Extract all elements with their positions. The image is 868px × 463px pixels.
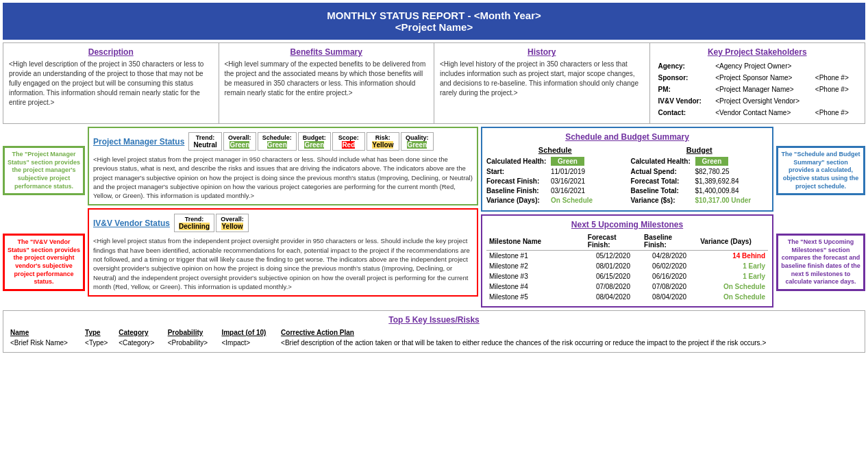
milestone-variance: 1 Early <box>697 271 768 281</box>
milestones-box: Next 5 Upcoming Milestones Milestone Nam… <box>481 214 773 308</box>
agency-row: Agency: <Agency Project Owner> <box>657 61 858 71</box>
col-forecast-finish: Forecast Finish: <box>585 232 641 251</box>
milestone-name: Milestone #3 <box>486 271 585 281</box>
risk-badge: Risk: Yellow <box>367 132 399 151</box>
benefits-title: Benefits Summary <box>225 47 429 57</box>
calc-health-budget-value: Green <box>695 157 729 166</box>
milestone-row: Milestone #1 05/12/2020 04/28/2020 14 Be… <box>486 251 768 262</box>
variance-dollars-value: $10,317.00 Under <box>695 197 752 204</box>
ivv-value: <Project Oversight Vendor> <box>714 96 858 106</box>
ivv-status-title: IV&V Vendor Status <box>93 218 170 228</box>
baseline-total-row: Baseline Total: $1,400,009.84 <box>631 187 769 195</box>
contact-label: Contact: <box>657 108 713 118</box>
overall-badge: Overall: Green <box>223 132 256 151</box>
actual-spend-label: Actual Spend: <box>631 168 693 175</box>
actual-spend-row: Actual Spend: $82,780.25 <box>631 168 769 175</box>
baseline-finish-value: 03/16/2021 <box>551 187 585 195</box>
pm-label: PM: <box>657 84 713 95</box>
baseline-total-label: Baseline Total: <box>631 187 693 195</box>
col-issue-action: Corrective Action Plan <box>278 327 860 338</box>
trend-badge: Trend: Neutral <box>188 132 221 151</box>
sidebar-left: The "Project Manager Status" section pro… <box>3 127 85 310</box>
calc-health-schedule-label: Calculated Health: <box>486 158 548 165</box>
schedule-annotation-box: The "Schedule and Budget Summary" sectio… <box>776 146 865 195</box>
middle-row: Project Manager Status Trend: Neutral Ov… <box>88 127 773 308</box>
scope-label: Scope: <box>338 134 359 141</box>
forecast-total-label: Forecast Total: <box>631 177 693 185</box>
header-line1: MONTHLY STATUS REPORT - <Month Year> <box>5 10 863 21</box>
ivv-trend-label: Trend: <box>185 216 204 223</box>
ivv-overall-badge: Overall: Yellow <box>216 214 249 232</box>
description-title: Description <box>9 47 213 57</box>
agency-label: Agency: <box>657 61 713 71</box>
ivv-status-text: <High level project status from the inde… <box>93 236 473 291</box>
stakeholders-cell: Key Project Stakeholders Agency: <Agency… <box>650 43 865 123</box>
milestone-row: Milestone #4 07/08/2020 07/08/2020 On Sc… <box>486 281 768 292</box>
pm-badge-group: Trend: Neutral Overall: Green Schedule: … <box>188 132 433 151</box>
milestone-name: Milestone #4 <box>486 281 585 292</box>
risk-value: Yellow <box>372 141 393 149</box>
schedule-col: Schedule Calculated Health: Green Start:… <box>486 146 624 206</box>
pm-row: PM: <Project Manager Name> <Phone #> <box>657 84 858 95</box>
top-info-row: Description <High level description of t… <box>3 42 865 124</box>
milestone-forecast: 06/15/2020 <box>585 271 641 281</box>
baseline-total-value: $1,400,009.84 <box>695 187 739 195</box>
issue-action: <Brief description of the action taken o… <box>278 338 860 348</box>
issue-row: <Brief Risk Name> <Type> <Category> <Pro… <box>8 338 860 348</box>
milestone-forecast: 07/08/2020 <box>585 281 641 292</box>
ivv-status-box: IV&V Vendor Status Trend: Declining Over… <box>88 208 478 297</box>
benefits-text: <High level summary of the expected bene… <box>225 60 429 98</box>
sidebar-right: The "Schedule and Budget Summary" sectio… <box>776 127 865 310</box>
col-milestone-name: Milestone Name <box>486 232 585 251</box>
stakeholders-title: Key Project Stakeholders <box>656 47 860 57</box>
quality-badge: Quality: Green <box>401 132 434 151</box>
ivv-annotation-box: The "IV&V Vendor Status" section provide… <box>3 234 85 291</box>
milestone-variance: On Schedule <box>697 281 768 292</box>
milestone-baseline: 06/16/2020 <box>641 271 697 281</box>
middle-outer-wrapper: The "Project Manager Status" section pro… <box>3 127 865 310</box>
forecast-finish-value: 03/16/2021 <box>551 177 585 185</box>
pm-name: <Project Manager Name> <box>714 84 813 95</box>
issue-category: <Category> <box>116 338 165 348</box>
milestone-row: Milestone #3 06/15/2020 06/16/2020 1 Ear… <box>486 271 768 281</box>
schedule-value: Green <box>267 141 287 149</box>
issue-type: <Type> <box>82 338 116 348</box>
left-column: Project Manager Status Trend: Neutral Ov… <box>88 127 478 308</box>
main-container: MONTHLY STATUS REPORT - <Month Year> <Pr… <box>0 0 868 355</box>
ivv-trend-value: Declining <box>179 223 210 230</box>
forecast-total-value: $1,389,692.84 <box>695 177 739 185</box>
sponsor-name: <Project Sponsor Name> <box>714 73 813 83</box>
variance-days-label: Variance (Days): <box>486 197 548 204</box>
start-value: 11/01/2019 <box>551 168 585 175</box>
issues-title: Top 5 Key Issues/Risks <box>8 315 860 325</box>
sb-grid: Schedule Calculated Health: Green Start:… <box>486 146 768 206</box>
budget-value: Green <box>304 141 324 149</box>
pm-status-text: <High level project status from the proj… <box>93 155 473 200</box>
schedule-badge: Schedule: Green <box>258 132 297 151</box>
budget-col: Budget Calculated Health: Green Actual S… <box>631 146 769 206</box>
pm-annotation-box: The "Project Manager Status" section pro… <box>3 146 85 195</box>
quality-value: Green <box>407 141 427 149</box>
variance-days-value: On Schedule <box>551 197 593 204</box>
milestones-annotation-box: The "Next 5 Upcoming Milestones" section… <box>776 234 865 291</box>
scope-badge: Scope: Red <box>332 132 365 151</box>
budget-badge: Budget: Green <box>298 132 331 151</box>
actual-spend-value: $82,780.25 <box>695 168 730 175</box>
issue-probability: <Probability> <box>165 338 219 348</box>
milestones-table: Milestone Name Forecast Finish: Baseline… <box>486 232 768 302</box>
sponsor-phone: <Phone #> <box>814 73 858 83</box>
description-cell: Description <High level description of t… <box>3 43 219 123</box>
variance-dollars-label: Variance ($s): <box>631 197 693 204</box>
col-variance: Variance (Days) <box>697 232 768 251</box>
history-text: <High level history of the project in 35… <box>440 60 644 98</box>
content-area: Project Manager Status Trend: Neutral Ov… <box>88 127 773 310</box>
header-line2: <Project Name> <box>5 21 863 33</box>
schedule-budget-box: Schedule and Budget Summary Schedule Cal… <box>481 127 773 212</box>
milestone-row: Milestone #5 08/04/2020 08/04/2020 On Sc… <box>486 292 768 302</box>
pm-status-header: Project Manager Status Trend: Neutral Ov… <box>93 132 473 151</box>
milestones-annotation-text: The "Next 5 Upcoming Milestones" section… <box>781 238 860 285</box>
calc-health-schedule-row: Calculated Health: Green <box>486 157 624 166</box>
forecast-total-row: Forecast Total: $1,389,692.84 <box>631 177 769 185</box>
trend-value: Neutral <box>193 141 216 149</box>
pm-status-title: Project Manager Status <box>93 137 184 147</box>
